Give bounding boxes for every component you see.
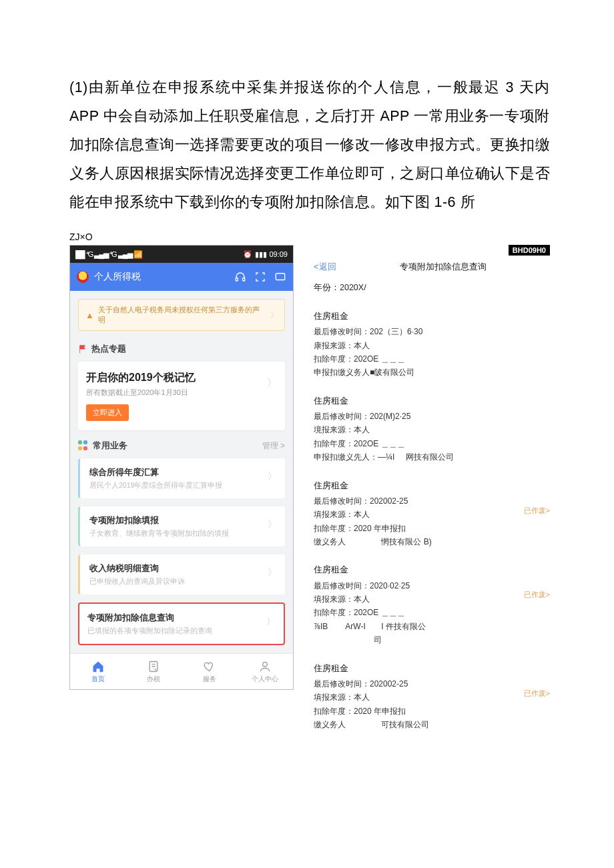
record-line: 扣除年度：2020 年申报扣: [314, 522, 550, 535]
list-item-title: 专项附加扣除信息查询: [87, 612, 274, 624]
tax-memory-card[interactable]: 开启你的2019个税记忆 所有数据截止至2020年1月30日 〉 立即进入: [78, 362, 285, 430]
svg-rect-0: [236, 278, 238, 282]
record-line: 最后修改时间：202（三）6·30: [314, 325, 550, 338]
record-line: 填报来源：本人: [314, 592, 550, 606]
back-link[interactable]: <返回: [314, 261, 336, 273]
record-line: 最后修改时间：2020·02·25: [314, 579, 550, 592]
hot-topic-label: 热点专题: [91, 343, 126, 355]
message-icon[interactable]: [274, 271, 286, 283]
common-services-header: 常用业务 管理 >: [78, 440, 285, 452]
tab-profile[interactable]: 个人中心: [238, 654, 294, 689]
record-line: 扣除年度：202OE ＿＿＿: [314, 437, 550, 450]
tab-home[interactable]: 首页: [70, 654, 126, 689]
list-item-income-query[interactable]: 收入纳税明细查询 已申报收入的查询及异议申诉 〉: [78, 554, 285, 594]
list-item-sub: 子女教育、继续教育等专项附加扣除的填报: [89, 529, 276, 538]
list-item-deduction-query[interactable]: 专项附加扣除信息查询 已填报的各项专项附加扣除记录的查询 〉: [78, 602, 285, 645]
record-line: 申报扣缴义先人：—¼I 网技有限公司: [314, 450, 550, 464]
manage-link[interactable]: 管理 >: [262, 440, 285, 452]
tab-label: 办税: [147, 675, 160, 684]
tab-service[interactable]: 服务: [182, 654, 238, 689]
enter-button[interactable]: 立即进入: [86, 404, 129, 421]
chevron-right-icon: 〉: [270, 310, 278, 320]
alarm-icon: ⏰: [243, 250, 252, 259]
warning-icon: ▲: [85, 310, 94, 320]
record-line: 填报来源：本人: [314, 508, 550, 521]
voided-tag: 已作废>: [524, 588, 550, 601]
record-line: ⅞IB ArW-I I 件技有限公 司: [314, 620, 550, 647]
chevron-right-icon: 〉: [268, 518, 277, 530]
grid-icon: [78, 440, 89, 451]
hot-topic-header: 热点专题: [78, 343, 285, 355]
record-line: 缴义务人 可技有限公司: [314, 718, 550, 731]
record-line: 填报来源：本人: [314, 691, 550, 704]
deduction-record[interactable]: 住房租金最后修改时间：202002-25填报来源：本人已作废>扣除年度：2020…: [314, 662, 550, 732]
scan-icon[interactable]: [254, 271, 266, 283]
list-item-sub: 居民个人2019年度综合所得年度汇算申报: [89, 481, 276, 490]
list-item-sub: 已填报的各项专项附加扣除记录的查询: [87, 626, 274, 636]
record-title: 住房租金: [314, 310, 550, 324]
voided-tag: 已作废>: [524, 504, 550, 517]
list-item-title: 专项附加扣除填报: [89, 514, 276, 526]
status-time: ▮▮▮ 09:09: [255, 250, 288, 259]
chevron-right-icon: 〉: [268, 470, 277, 482]
voided-tag: 已作废>: [524, 687, 550, 700]
deduction-record[interactable]: 住房租金最后修改时间：2020·02·25填报来源：本人已作废>扣除年度：202…: [314, 563, 550, 646]
record-line: 最后修改时间：202002-25: [314, 677, 550, 691]
status-signal-icons: ██ ⁴G ▃▄▅ ⁴G ▃▄▅ 📶: [75, 250, 142, 259]
list-item-title: 收入纳税明细查询: [89, 562, 276, 574]
record-line: 扣除年度：2020 年申报扣: [314, 705, 550, 718]
deduction-record[interactable]: 住房租金最后修改时间：202002-25填报来源：本人已作废>扣除年度：2020…: [314, 479, 550, 549]
tab-label: 首页: [91, 675, 105, 684]
record-title: 住房租金: [314, 563, 550, 577]
flag-icon: [78, 344, 87, 354]
record-line: 扣除年度：202OE ＿＿＿: [314, 352, 550, 366]
tab-label: 服务: [203, 675, 216, 684]
record-line: 最后修改时间：202(M)2·25: [314, 410, 550, 423]
record-title: 住房租金: [314, 662, 550, 676]
app-bar: 个人所得税: [70, 263, 293, 291]
record-title: 住房租金: [314, 394, 550, 408]
list-item-sub: 已申报收入的查询及异议申诉: [89, 577, 276, 586]
status-bar: ██ ⁴G ▃▄▅ ⁴G ▃▄▅ 📶 ⏰ ▮▮▮ 09:09: [70, 246, 293, 263]
chevron-right-icon: 〉: [266, 616, 276, 628]
app-title: 个人所得税: [94, 271, 229, 283]
record-title: 住房租金: [314, 479, 550, 493]
svg-point-4: [263, 662, 268, 667]
top-badge: BHD09H0: [509, 245, 550, 256]
record-line: 申报扣缴义务人■陂有限公司: [314, 366, 550, 379]
tab-label: 个人中心: [252, 675, 278, 684]
phone-screenshot: ██ ⁴G ▃▄▅ ⁴G ▃▄▅ 📶 ⏰ ▮▮▮ 09:09 个人所得税: [69, 245, 294, 690]
deduction-detail-panel: BHD09H0 <返回 专项附加扣除信息查询 年份：2020X/ 住房租金最后修…: [314, 245, 550, 746]
record-line: 扣除年度：202OE ＿＿＿: [314, 606, 550, 619]
record-line: 康报来源：本人: [314, 339, 550, 352]
notice-banner[interactable]: ▲ 关于自然人电子税务局未授权任何第三方服务的声明 〉: [78, 299, 285, 331]
chevron-right-icon: 〉: [267, 376, 277, 389]
bigcard-title: 开启你的2019个税记忆: [86, 371, 277, 385]
notice-text: 关于自然人电子税务局未授权任何第三方服务的声明: [98, 305, 266, 325]
small-label: ZJ×O: [69, 232, 550, 242]
list-item-annual[interactable]: 综合所得年度汇算 居民个人2019年度综合所得年度汇算申报 〉: [78, 458, 285, 498]
app-logo-icon: [77, 271, 89, 283]
tab-bar: 首页 办税 服务 个人中心: [70, 653, 293, 689]
deduction-record[interactable]: 住房租金最后修改时间：202(M)2·25境报来源：本人扣除年度：202OE ＿…: [314, 394, 550, 464]
detail-title: 专项附加扣除信息查询: [336, 261, 550, 273]
main-paragraph: (1)由新单位在申报系统中采集并报送你的个人信息，一般最迟 3 天内 APP 中…: [69, 73, 550, 217]
headset-icon[interactable]: [234, 271, 246, 283]
record-line: 境报来源：本人: [314, 423, 550, 436]
record-line: 缴义务人 惘技有限公 B): [314, 535, 550, 548]
year-label: 年份：2020X/: [314, 282, 550, 294]
tab-tax[interactable]: 办税: [126, 654, 182, 689]
common-services-label: 常用业务: [93, 440, 127, 452]
record-line: 最后修改时间：202002-25: [314, 494, 550, 508]
list-item-title: 综合所得年度汇算: [89, 466, 276, 478]
svg-rect-1: [243, 278, 245, 282]
chevron-right-icon: 〉: [268, 566, 277, 578]
list-item-deduction-fill[interactable]: 专项附加扣除填报 子女教育、继续教育等专项附加扣除的填报 〉: [78, 506, 285, 546]
deduction-record[interactable]: 住房租金最后修改时间：202（三）6·30康报来源：本人扣除年度：202OE ＿…: [314, 310, 550, 380]
detail-header: <返回 专项附加扣除信息查询: [314, 261, 550, 273]
bigcard-sub: 所有数据截止至2020年1月30日: [86, 388, 277, 398]
